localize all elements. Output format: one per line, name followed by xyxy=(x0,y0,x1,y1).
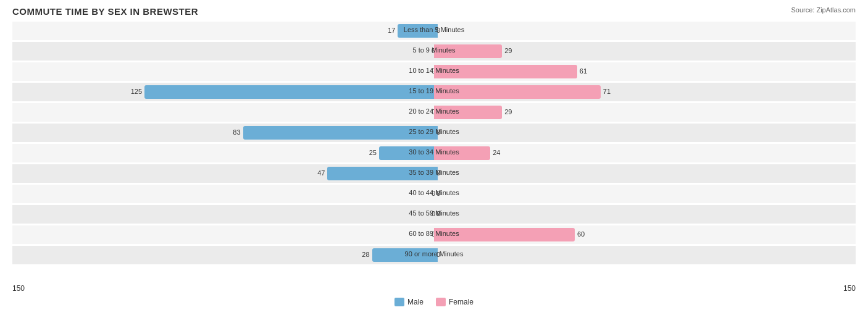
row-label: Less than 5 Minutes xyxy=(404,26,464,33)
table-row: 28090 or more Minutes xyxy=(12,246,856,264)
legend-female-box xyxy=(436,298,446,306)
row-label: 20 to 24 Minutes xyxy=(409,107,459,115)
value-male: 47 xyxy=(317,169,325,177)
table-row: 0045 to 59 Minutes xyxy=(12,205,856,224)
axis-left: 150 xyxy=(12,284,25,293)
value-male: 17 xyxy=(388,27,395,34)
row-label: 45 to 59 Minutes xyxy=(409,209,459,217)
legend: Male Female xyxy=(12,298,856,306)
legend-female-label: Female xyxy=(449,298,474,306)
chart-container: COMMUTE TIME BY SEX IN BREWSTER Source: … xyxy=(0,0,868,323)
value-female: 61 xyxy=(580,67,587,75)
table-row: 06060 to 89 Minutes xyxy=(12,225,856,244)
table-row: 0040 to 44 Minutes xyxy=(12,185,856,203)
table-row: 170Less than 5 Minutes xyxy=(12,22,856,40)
legend-female: Female xyxy=(436,298,474,306)
row-label: 35 to 39 Minutes xyxy=(409,169,459,176)
table-row: 02920 to 24 Minutes xyxy=(12,103,856,122)
row-label: 5 to 9 Minutes xyxy=(412,46,455,54)
value-female: 29 xyxy=(504,47,512,54)
row-label: 25 to 29 Minutes xyxy=(409,128,459,135)
source-text: Source: ZipAtlas.com xyxy=(791,6,856,14)
legend-male-label: Male xyxy=(407,298,424,306)
row-label: 15 to 19 Minutes xyxy=(409,87,459,94)
table-row: 06110 to 14 Minutes xyxy=(12,62,856,81)
row-label: 10 to 14 Minutes xyxy=(409,67,459,74)
table-row: 0295 to 9 Minutes xyxy=(12,42,856,61)
value-male: 125 xyxy=(131,88,142,95)
row-label: 30 to 34 Minutes xyxy=(409,148,459,156)
value-male: 25 xyxy=(369,149,377,156)
table-row: 1257115 to 19 Minutes xyxy=(12,83,856,101)
axis-labels: 150 150 xyxy=(12,284,856,293)
table-row: 47035 to 39 Minutes xyxy=(12,164,856,183)
legend-male-box xyxy=(394,298,404,306)
value-female: 71 xyxy=(603,88,611,95)
row-label: 40 to 44 Minutes xyxy=(409,189,459,196)
value-female: 60 xyxy=(577,230,585,238)
table-row: 252430 to 34 Minutes xyxy=(12,144,856,162)
row-label: 90 or more Minutes xyxy=(405,250,464,258)
chart-area: 170Less than 5 Minutes0295 to 9 Minutes0… xyxy=(12,22,856,281)
chart-title: COMMUTE TIME BY SEX IN BREWSTER xyxy=(12,6,856,17)
table-row: 83025 to 29 Minutes xyxy=(12,124,856,142)
value-female: 29 xyxy=(504,108,512,115)
axis-right: 150 xyxy=(843,284,856,293)
row-label: 60 to 89 Minutes xyxy=(409,230,459,237)
bar-male xyxy=(144,85,438,99)
value-male: 28 xyxy=(362,251,369,258)
value-female: 24 xyxy=(493,149,500,156)
legend-male: Male xyxy=(394,298,424,306)
value-male: 83 xyxy=(233,128,240,136)
